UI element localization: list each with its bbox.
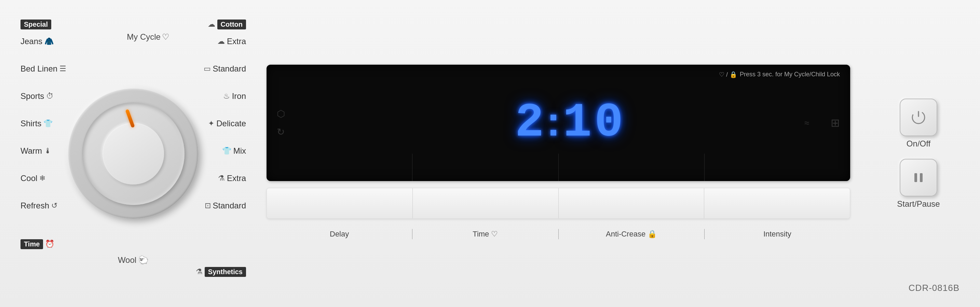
right-buttons-panel: On/Off Start/Pause — [878, 99, 959, 209]
wifi-icon: ≈ — [804, 117, 809, 128]
on-off-label: On/Off — [907, 139, 931, 149]
display-top-text: ♡ / 🔒 Press 3 sec. for My Cycle/Child Lo… — [719, 71, 840, 78]
time-label-text: Time ♡ — [412, 230, 558, 238]
time-digit-0: 0 — [595, 99, 623, 147]
dial-section: Special Jeans 🧥 Bed Linen ☰ Sports ⏱ Shi… — [21, 13, 246, 294]
synth-extra-icon: ⚗ — [218, 174, 225, 183]
display-section-2 — [412, 154, 558, 181]
cotton-extra-label: Extra — [227, 37, 246, 46]
display-grid-icon: ⊞ — [830, 117, 840, 130]
cool-label: Cool — [21, 174, 37, 183]
delay-label: Delay — [330, 230, 349, 238]
display-section-4 — [705, 154, 850, 181]
dial-inner-ring — [82, 102, 185, 205]
cotton-extra-label-item: Extra ☁ — [217, 37, 246, 46]
wool-text: Wool — [118, 255, 136, 265]
delay-button[interactable] — [267, 188, 413, 219]
time-label: Time ♡ — [473, 230, 498, 238]
mix-icon: 👕 — [222, 147, 231, 155]
special-label: Special — [21, 19, 51, 29]
model-number: CDR-0816B — [908, 283, 959, 293]
refresh-label: Refresh — [21, 201, 49, 211]
control-label-row: Delay Time ♡ Anti-Crease 🔒 Intensity — [267, 225, 850, 243]
control-button-row — [267, 188, 850, 219]
jeans-label-item: Jeans 🧥 — [21, 37, 54, 46]
time-digit-1: 1 — [563, 99, 592, 147]
synth-standard-label: Standard — [213, 201, 246, 211]
cotton-standard-icon: ▭ — [204, 64, 211, 73]
mix-label: Mix — [233, 146, 246, 156]
refresh-label-item: Refresh ↺ — [21, 201, 57, 211]
time-icon: ⏰ — [45, 240, 54, 248]
iron-label-item: Iron ♨ — [223, 91, 246, 101]
display-section-1 — [267, 154, 412, 181]
warm-icon: 🌡 — [44, 147, 52, 155]
my-cycle-heart-icon: ♡ — [162, 32, 170, 42]
time-label: Time — [21, 239, 43, 249]
display-instruction: Press 3 sec. for My Cycle/Child Lock — [740, 71, 840, 78]
sports-icon: ⏱ — [46, 92, 54, 101]
wool-icon: 🐑 — [138, 255, 149, 265]
synthetics-badge-item: Synthetics ⚗ — [196, 267, 246, 277]
intensity-button[interactable] — [704, 188, 850, 219]
display-spin-icon: ↻ — [277, 126, 285, 138]
time-button[interactable] — [413, 188, 559, 219]
synthetics-label: Synthetics — [205, 267, 246, 277]
intensity-label: Intensity — [764, 230, 791, 238]
dial-outer-ring — [68, 89, 198, 219]
wool-label: Wool 🐑 — [118, 255, 149, 265]
display-right-icons: ⊞ — [830, 117, 840, 130]
iron-icon: ♨ — [223, 92, 230, 101]
delicate-label-item: Delicate ✦ — [208, 119, 246, 128]
jeans-label: Jeans — [21, 37, 42, 46]
svg-rect-15 — [915, 173, 917, 182]
iron-label: Iron — [232, 91, 246, 101]
shirts-label: Shirts — [21, 119, 41, 128]
jeans-icon: 🧥 — [45, 37, 54, 46]
cotton-icon: ☁ — [208, 20, 215, 29]
time-colon: : — [547, 101, 560, 142]
anti-crease-label: Anti-Crease 🔒 — [606, 230, 657, 238]
anti-crease-label-text: Anti-Crease 🔒 — [559, 230, 704, 238]
anti-crease-button[interactable] — [559, 188, 705, 219]
sports-label-item: Sports ⏱ — [21, 91, 54, 101]
display-screen: ♡ / 🔒 Press 3 sec. for My Cycle/Child Lo… — [267, 65, 850, 181]
synth-standard-icon: ⊡ — [205, 201, 211, 210]
svg-rect-16 — [920, 173, 923, 182]
bed-linen-icon: ☰ — [59, 64, 66, 73]
warm-label: Warm — [21, 146, 42, 156]
synth-extra-label: Extra — [227, 174, 246, 183]
time-digit-2: 2 — [515, 99, 544, 147]
on-off-group: On/Off — [900, 99, 937, 149]
time-badge-item: Time ⏰ — [21, 239, 54, 249]
delay-label-text: Delay — [267, 230, 412, 238]
start-pause-button[interactable] — [900, 159, 937, 197]
display-icons-text: ♡ / 🔒 — [719, 71, 737, 78]
display-left-icons: ⬡ ↻ — [277, 108, 285, 138]
bed-linen-label: Bed Linen — [21, 64, 57, 74]
display-time: 2 : 1 0 — [515, 99, 623, 147]
bed-linen-label-item: Bed Linen ☰ — [21, 64, 66, 74]
mix-label-item: Mix 👕 — [222, 146, 246, 156]
cool-icon: ❄ — [39, 174, 45, 183]
cotton-label: Cotton — [217, 19, 246, 29]
power-icon — [910, 109, 927, 126]
cool-label-item: Cool ❄ — [21, 174, 45, 183]
display-bottom-section — [267, 150, 850, 181]
cotton-standard-label-item: Standard ▭ — [204, 64, 246, 74]
start-pause-icon — [910, 169, 927, 186]
delicate-label: Delicate — [216, 119, 246, 128]
control-section: ♡ / 🔒 Press 3 sec. for My Cycle/Child Lo… — [267, 13, 850, 294]
start-pause-group: Start/Pause — [897, 159, 940, 209]
display-temp-icon: ⬡ — [277, 108, 285, 120]
delicate-icon: ✦ — [208, 119, 214, 128]
shirts-label-item: Shirts 👕 — [21, 119, 52, 128]
sports-label: Sports — [21, 91, 44, 101]
shirts-icon: 👕 — [43, 119, 52, 128]
special-badge: Special — [21, 19, 51, 29]
dial-indicator — [125, 109, 135, 128]
my-cycle-label: My Cycle ♡ — [127, 32, 170, 42]
program-dial[interactable] — [68, 89, 198, 219]
cotton-extra-icon: ☁ — [217, 37, 225, 46]
on-off-button[interactable] — [900, 99, 937, 136]
